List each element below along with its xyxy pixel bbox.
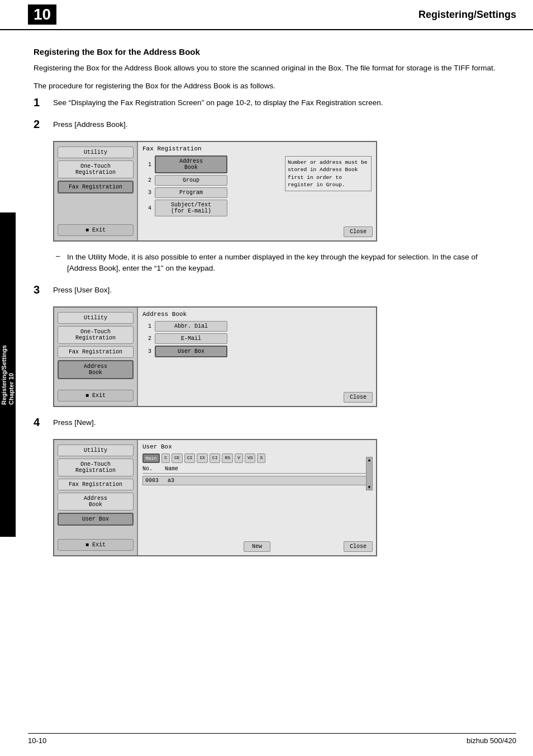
- screen2-utility-btn[interactable]: Utility: [58, 312, 134, 324]
- scroll-indicator[interactable]: ▲ ▼: [366, 457, 373, 490]
- intro-para1: Registering the Box for the Address Book…: [34, 62, 505, 74]
- step-4-text: Press [New].: [53, 417, 505, 428]
- screen2-addressbook-btn[interactable]: AddressBook: [58, 360, 134, 379]
- screen1-main: Fax Registration 1 AddressBook 2 Group 3…: [138, 142, 376, 240]
- screen3-faxreg-btn[interactable]: Fax Registration: [58, 479, 134, 490]
- screen3-tab-rs[interactable]: RS: [222, 453, 233, 463]
- dash-note-text: In the Utility Mode, it is also possible…: [67, 252, 505, 275]
- screen2-userbox-btn[interactable]: User Box: [155, 346, 227, 357]
- screen2-onetouch-btn[interactable]: One-TouchRegistration: [58, 326, 134, 344]
- page-footer: 10-10 bizhub 500/420: [28, 733, 516, 745]
- screen2-mockup: Utility One-TouchRegistration Fax Regist…: [53, 306, 377, 407]
- step-1: 1 See “Displaying the Fax Registration S…: [34, 97, 505, 109]
- step-2-text: Press [Address Book].: [53, 119, 505, 130]
- screen1-faxreg-btn[interactable]: Fax Registration: [58, 181, 134, 193]
- main-content: Registering the Box for the Address Book…: [0, 41, 533, 594]
- screen3-tab-c[interactable]: C: [161, 453, 170, 463]
- screen3-title: User Box: [142, 443, 372, 450]
- screen3-tab-ix[interactable]: IX: [197, 453, 208, 463]
- screen3-onetouch-btn[interactable]: One-TouchRegistration: [58, 459, 134, 476]
- screen1-close-btn[interactable]: Close: [344, 226, 373, 237]
- screen1-title: Fax Registration: [142, 145, 372, 152]
- screen1-program-btn[interactable]: Program: [155, 187, 227, 198]
- step-3: 3 Press [User Box].: [34, 285, 505, 296]
- screen3-close-btn[interactable]: Close: [344, 541, 373, 552]
- screen3-row1-name: a3: [168, 478, 369, 484]
- screen3-tabs: Main C CE CI IX CI RS V VS S: [142, 453, 372, 463]
- page-header: 10 Registering/Settings: [0, 0, 533, 30]
- step-2: 2 Press [Address Book].: [34, 119, 505, 131]
- screen2-sidebar: Utility One-TouchRegistration Fax Regist…: [54, 308, 138, 406]
- step-3-text: Press [User Box].: [53, 285, 505, 296]
- dash-note: – In the Utility Mode, it is also possib…: [56, 252, 505, 275]
- step-4: 4 Press [New].: [34, 417, 505, 429]
- screen1-note: Number or address must be stored in Addr…: [285, 156, 372, 191]
- screen2-title: Address Book: [142, 311, 372, 318]
- screen2-item-3: 3 User Box: [142, 346, 372, 357]
- screen1-address-book-btn[interactable]: AddressBook: [155, 155, 227, 173]
- screen3-tab-ci2[interactable]: CI: [210, 453, 221, 463]
- screen3-mockup: Utility One-TouchRegistration Fax Regist…: [53, 439, 377, 556]
- screen1-sidebar: Utility One-TouchRegistration Fax Regist…: [54, 142, 138, 240]
- brand-name: bizhub 500/420: [467, 736, 516, 745]
- screen2-abbrdial-btn[interactable]: Abbr. Dial: [155, 321, 227, 332]
- screen1-mockup: Utility One-TouchRegistration Fax Regist…: [53, 141, 377, 242]
- side-tab-text: Registering/Settings Chapter 10: [1, 345, 15, 405]
- screen1-exit-btn[interactable]: ■ Exit: [58, 224, 134, 236]
- screen3-tab-s[interactable]: S: [257, 453, 265, 463]
- screen3-list-row-1[interactable]: 0003 a3: [142, 476, 372, 485]
- screen1-utility-btn[interactable]: Utility: [58, 147, 134, 158]
- screen1-group-btn[interactable]: Group: [155, 175, 227, 186]
- page-number: 10-10: [28, 736, 46, 745]
- screen2-item-2: 2 E-Mail: [142, 333, 372, 344]
- screen3-tab-vs[interactable]: VS: [245, 453, 256, 463]
- step-1-number: 1: [34, 96, 53, 109]
- screen3-tab-v[interactable]: V: [235, 453, 243, 463]
- screen1-onetouch-btn[interactable]: One-TouchRegistration: [58, 160, 134, 178]
- screen3-tab-main[interactable]: Main: [142, 453, 160, 463]
- step-4-number: 4: [34, 416, 53, 429]
- step-1-text: See “Displaying the Fax Registration Scr…: [53, 97, 505, 108]
- screen2-email-btn[interactable]: E-Mail: [155, 333, 227, 344]
- screen3-row1-no: 0003: [145, 478, 168, 484]
- screen3-tab-ce[interactable]: CE: [172, 453, 183, 463]
- screen3-new-btn[interactable]: New: [244, 541, 270, 552]
- screen1-item-4: 4 Subject/Text(for E-mail): [142, 200, 372, 216]
- screen3-list-header: No. Name: [142, 466, 372, 474]
- chapter-number: 10: [28, 4, 56, 25]
- screen3-main: User Box Main C CE CI IX CI RS V VS S No…: [138, 440, 376, 555]
- screen2-close-btn[interactable]: Close: [344, 392, 373, 403]
- screen2-main: Address Book 1 Abbr. Dial 2 E-Mail 3 Use…: [138, 308, 376, 406]
- step-2-number: 2: [34, 118, 53, 131]
- screen2-exit-btn[interactable]: ■ Exit: [58, 390, 134, 401]
- side-tab: Registering/Settings Chapter 10: [0, 212, 16, 537]
- screen3-userbox-btn[interactable]: User Box: [58, 513, 134, 526]
- screen2-item-1: 1 Abbr. Dial: [142, 321, 372, 332]
- screen2-faxreg-btn[interactable]: Fax Registration: [58, 346, 134, 358]
- screen3-sidebar: Utility One-TouchRegistration Fax Regist…: [54, 440, 138, 555]
- screen3-col-name: Name: [165, 466, 372, 472]
- screen1-subject-btn[interactable]: Subject/Text(for E-mail): [155, 200, 227, 216]
- screen3-col-no: No.: [142, 466, 165, 472]
- screen3-utility-btn[interactable]: Utility: [58, 445, 134, 456]
- screen3-exit-btn[interactable]: ■ Exit: [58, 539, 134, 551]
- screen3-tab-ci1[interactable]: CI: [184, 453, 196, 463]
- page-title: Registering/Settings: [418, 9, 516, 21]
- step-3-number: 3: [34, 284, 53, 296]
- intro-para2: The procedure for registering the Box fo…: [34, 80, 505, 92]
- section-title: Registering the Box for the Address Book: [34, 47, 505, 56]
- screen3-addressbook-btn[interactable]: AddressBook: [58, 493, 134, 511]
